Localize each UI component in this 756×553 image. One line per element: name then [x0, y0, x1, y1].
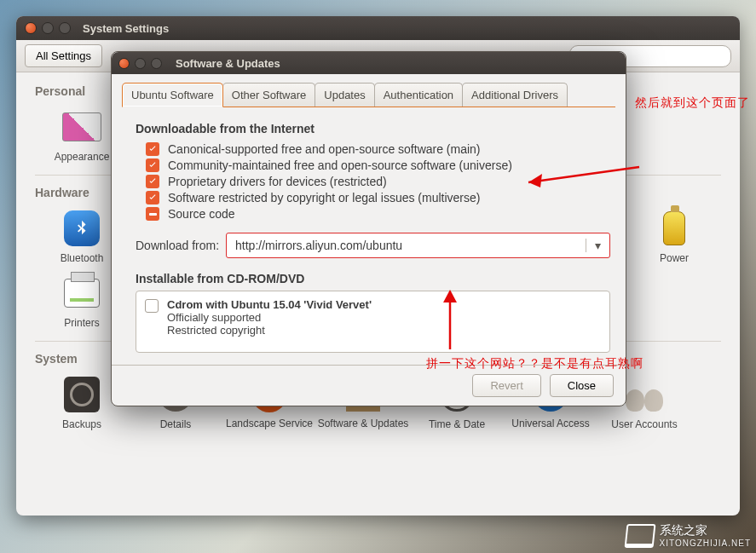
settings-window-title: System Settings	[83, 22, 169, 35]
watermark: 系统之家 XITONGZHIJIA.NET	[626, 523, 752, 548]
check-label: Canonical-supported free and open-source…	[168, 142, 481, 156]
cdrom-line3: Restricted copyright	[167, 324, 601, 337]
window-minimize-icon[interactable]	[42, 22, 54, 34]
cdrom-box: Cdrom with Ubuntu 15.04 'Vivid Vervet' O…	[136, 291, 610, 353]
check-label: Source code	[168, 207, 235, 221]
check-multiverse[interactable]: Software restricted by copyright or lega…	[146, 191, 610, 204]
close-button[interactable]: Close	[550, 374, 614, 397]
cdrom-line1: Cdrom with Ubuntu 15.04 'Vivid Vervet'	[167, 298, 601, 311]
dialog-tabs: Ubuntu Software Other Software Updates A…	[112, 74, 626, 107]
check-label: Software restricted by copyright or lega…	[168, 191, 480, 204]
bluetooth-icon	[64, 210, 100, 246]
icon-label: Power	[660, 252, 689, 264]
download-from-value: http://mirrors.aliyun.com/ubuntu	[227, 239, 586, 252]
check-label: Proprietary drivers for devices (restric…	[168, 175, 387, 188]
download-from-label: Download from:	[136, 239, 219, 252]
tab-ubuntu-software[interactable]: Ubuntu Software	[122, 83, 223, 107]
checkbox-icon[interactable]	[146, 191, 159, 204]
window-close-icon[interactable]	[25, 22, 37, 34]
checkbox-icon[interactable]	[146, 175, 159, 188]
checkbox-icon[interactable]	[146, 142, 159, 156]
tab-updates[interactable]: Updates	[315, 83, 374, 107]
appearance-icon	[62, 112, 101, 141]
checkbox-dash-icon[interactable]	[146, 207, 159, 221]
watermark-line1: 系统之家	[660, 523, 707, 537]
annotation-text-2: 拼一下这个网站？？是不是有点耳熟啊	[426, 356, 643, 372]
icon-label: Appearance	[55, 151, 110, 163]
check-universe[interactable]: Community-maintained free and open-sourc…	[146, 158, 610, 172]
download-from-combo[interactable]: http://mirrors.aliyun.com/ubuntu ▾	[226, 233, 610, 258]
settings-titlebar[interactable]: System Settings	[16, 16, 740, 40]
icon-power[interactable]: Power	[627, 204, 721, 273]
checkbox-icon[interactable]	[146, 158, 159, 172]
icon-label: Universal Access	[511, 418, 589, 430]
tab-additional-drivers[interactable]: Additional Drivers	[462, 83, 568, 107]
window-maximize-icon[interactable]	[59, 22, 71, 34]
dialog-maximize-icon[interactable]	[151, 58, 162, 69]
safe-icon	[64, 377, 100, 412]
group-downloadable-title: Downloadable from the Internet	[136, 122, 610, 135]
icon-label: Software & Updates	[318, 418, 409, 430]
annotation-text-1: 然后就到这个页面了	[635, 95, 750, 111]
icon-label: Landscape Service	[226, 418, 313, 430]
tab-other-software[interactable]: Other Software	[222, 83, 315, 107]
check-restricted[interactable]: Proprietary drivers for devices (restric…	[146, 175, 610, 188]
chevron-down-icon[interactable]: ▾	[586, 239, 609, 252]
users-icon	[626, 377, 663, 412]
icon-label: Time & Date	[429, 418, 485, 430]
dialog-titlebar[interactable]: Software & Updates	[112, 52, 626, 74]
download-from-row: Download from: http://mirrors.aliyun.com…	[136, 233, 610, 258]
dialog-minimize-icon[interactable]	[135, 58, 146, 69]
dialog-title: Software & Updates	[176, 57, 280, 70]
check-label: Community-maintained free and open-sourc…	[168, 158, 512, 172]
icon-label: Bluetooth	[61, 252, 104, 264]
cdrom-checkbox[interactable]	[145, 299, 159, 313]
all-settings-button[interactable]: All Settings	[25, 44, 102, 67]
revert-button[interactable]: Revert	[472, 374, 540, 397]
printer-icon	[64, 279, 100, 308]
battery-icon	[663, 211, 685, 245]
dialog-body: Downloadable from the Internet Canonical…	[112, 108, 626, 365]
icon-label: User Accounts	[611, 418, 677, 430]
icon-label: Details	[160, 418, 192, 430]
tab-authentication[interactable]: Authentication	[374, 83, 463, 107]
icon-label: Backups	[62, 418, 101, 430]
cdrom-line2: Officially supported	[167, 311, 601, 324]
icon-label: Printers	[64, 317, 99, 329]
software-updates-dialog: Software & Updates Ubuntu Software Other…	[111, 51, 626, 406]
group-cdrom-title: Installable from CD-ROM/DVD	[136, 272, 610, 285]
watermark-line2: XITONGZHIJIA.NET	[660, 539, 752, 548]
check-main[interactable]: Canonical-supported free and open-source…	[146, 142, 610, 156]
dialog-close-icon[interactable]	[118, 58, 130, 69]
watermark-logo-icon	[624, 524, 655, 548]
check-source-code[interactable]: Source code	[146, 207, 610, 221]
